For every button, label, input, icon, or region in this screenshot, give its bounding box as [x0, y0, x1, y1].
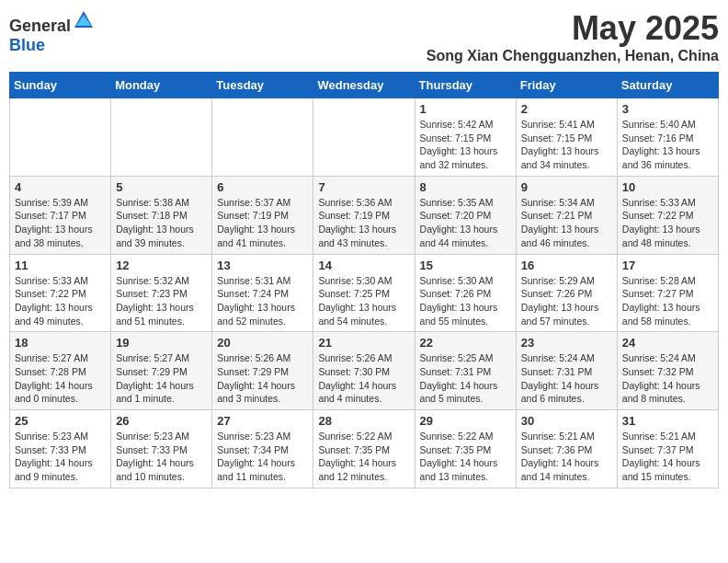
day-info: Sunrise: 5:40 AMSunset: 7:16 PMDaylight:…	[622, 118, 713, 172]
day-info: Sunrise: 5:21 AMSunset: 7:36 PMDaylight:…	[521, 430, 612, 484]
day-info: Sunrise: 5:23 AMSunset: 7:34 PMDaylight:…	[217, 430, 308, 484]
column-header-friday: Friday	[516, 73, 617, 98]
day-info: Sunrise: 5:22 AMSunset: 7:35 PMDaylight:…	[318, 430, 409, 484]
day-number: 24	[622, 336, 713, 350]
calendar-cell: 17Sunrise: 5:28 AMSunset: 7:27 PMDayligh…	[617, 254, 718, 332]
calendar-cell: 6Sunrise: 5:37 AMSunset: 7:19 PMDaylight…	[212, 176, 313, 254]
day-number: 10	[622, 180, 713, 194]
calendar-cell: 2Sunrise: 5:41 AMSunset: 7:15 PMDaylight…	[516, 98, 617, 177]
day-info: Sunrise: 5:25 AMSunset: 7:31 PMDaylight:…	[420, 351, 511, 406]
calendar-cell: 1Sunrise: 5:42 AMSunset: 7:15 PMDaylight…	[415, 98, 516, 177]
day-info: Sunrise: 5:37 AMSunset: 7:19 PMDaylight:…	[217, 196, 308, 250]
day-info: Sunrise: 5:31 AMSunset: 7:24 PMDaylight:…	[217, 274, 308, 328]
day-info: Sunrise: 5:24 AMSunset: 7:32 PMDaylight:…	[622, 351, 713, 406]
day-info: Sunrise: 5:36 AMSunset: 7:19 PMDaylight:…	[318, 196, 409, 250]
day-number: 31	[622, 414, 713, 428]
day-info: Sunrise: 5:39 AMSunset: 7:17 PMDaylight:…	[15, 196, 106, 250]
day-number: 18	[15, 336, 106, 350]
day-number: 25	[15, 414, 106, 428]
day-number: 30	[521, 414, 612, 428]
day-info: Sunrise: 5:33 AMSunset: 7:22 PMDaylight:…	[15, 274, 106, 328]
calendar-cell: 26Sunrise: 5:23 AMSunset: 7:33 PMDayligh…	[111, 410, 212, 488]
day-number: 15	[420, 259, 511, 272]
day-number: 2	[521, 102, 612, 116]
calendar-cell: 28Sunrise: 5:22 AMSunset: 7:35 PMDayligh…	[313, 410, 415, 488]
day-info: Sunrise: 5:22 AMSunset: 7:35 PMDaylight:…	[420, 430, 511, 484]
day-info: Sunrise: 5:24 AMSunset: 7:31 PMDaylight:…	[521, 351, 612, 406]
day-info: Sunrise: 5:34 AMSunset: 7:21 PMDaylight:…	[521, 196, 612, 250]
calendar-cell	[212, 98, 313, 177]
day-info: Sunrise: 5:29 AMSunset: 7:26 PMDaylight:…	[521, 274, 612, 328]
calendar-cell: 7Sunrise: 5:36 AMSunset: 7:19 PMDaylight…	[313, 176, 415, 254]
calendar-cell: 10Sunrise: 5:33 AMSunset: 7:22 PMDayligh…	[617, 176, 718, 254]
day-number: 5	[116, 180, 207, 194]
calendar-cell: 30Sunrise: 5:21 AMSunset: 7:36 PMDayligh…	[516, 410, 617, 488]
calendar-cell: 19Sunrise: 5:27 AMSunset: 7:29 PMDayligh…	[111, 332, 212, 410]
day-number: 8	[420, 180, 511, 194]
day-info: Sunrise: 5:26 AMSunset: 7:29 PMDaylight:…	[217, 351, 308, 406]
calendar-cell: 27Sunrise: 5:23 AMSunset: 7:34 PMDayligh…	[212, 410, 313, 488]
day-info: Sunrise: 5:21 AMSunset: 7:37 PMDaylight:…	[622, 430, 713, 484]
calendar-cell	[111, 98, 212, 177]
calendar-cell: 20Sunrise: 5:26 AMSunset: 7:29 PMDayligh…	[212, 332, 313, 410]
calendar-cell: 3Sunrise: 5:40 AMSunset: 7:16 PMDaylight…	[617, 98, 718, 177]
day-info: Sunrise: 5:28 AMSunset: 7:27 PMDaylight:…	[622, 274, 713, 328]
logo-general: General	[9, 17, 71, 35]
calendar-cell: 14Sunrise: 5:30 AMSunset: 7:25 PMDayligh…	[313, 254, 415, 332]
day-number: 3	[622, 102, 713, 116]
week-row-4: 18Sunrise: 5:27 AMSunset: 7:28 PMDayligh…	[10, 332, 719, 410]
svg-marker-1	[76, 15, 91, 26]
day-number: 9	[521, 180, 612, 194]
calendar-cell: 23Sunrise: 5:24 AMSunset: 7:31 PMDayligh…	[516, 332, 617, 410]
day-number: 4	[15, 180, 106, 194]
day-number: 22	[420, 336, 511, 350]
header: General Blue May 2025 Song Xian Chenggua…	[9, 9, 719, 64]
week-row-5: 25Sunrise: 5:23 AMSunset: 7:33 PMDayligh…	[10, 410, 719, 488]
day-info: Sunrise: 5:30 AMSunset: 7:26 PMDaylight:…	[420, 274, 511, 328]
week-row-3: 11Sunrise: 5:33 AMSunset: 7:22 PMDayligh…	[10, 254, 719, 332]
day-number: 6	[217, 180, 308, 194]
day-number: 27	[217, 414, 308, 428]
calendar-cell: 11Sunrise: 5:33 AMSunset: 7:22 PMDayligh…	[10, 254, 111, 332]
calendar-cell: 9Sunrise: 5:34 AMSunset: 7:21 PMDaylight…	[516, 176, 617, 254]
calendar-cell: 16Sunrise: 5:29 AMSunset: 7:26 PMDayligh…	[516, 254, 617, 332]
column-header-monday: Monday	[111, 73, 212, 98]
calendar-cell: 31Sunrise: 5:21 AMSunset: 7:37 PMDayligh…	[617, 410, 718, 488]
week-row-2: 4Sunrise: 5:39 AMSunset: 7:17 PMDaylight…	[10, 176, 719, 254]
calendar-cell: 22Sunrise: 5:25 AMSunset: 7:31 PMDayligh…	[415, 332, 516, 410]
calendar-cell: 5Sunrise: 5:38 AMSunset: 7:18 PMDaylight…	[111, 176, 212, 254]
day-info: Sunrise: 5:27 AMSunset: 7:28 PMDaylight:…	[15, 351, 106, 406]
title-area: May 2025 Song Xian Chengguanzhen, Henan,…	[427, 9, 719, 64]
day-number: 12	[116, 259, 207, 272]
day-info: Sunrise: 5:38 AMSunset: 7:18 PMDaylight:…	[116, 196, 207, 250]
day-number: 11	[15, 259, 106, 272]
week-row-1: 1Sunrise: 5:42 AMSunset: 7:15 PMDaylight…	[10, 98, 719, 177]
calendar-cell	[10, 98, 111, 177]
day-number: 29	[420, 414, 511, 428]
day-info: Sunrise: 5:41 AMSunset: 7:15 PMDaylight:…	[521, 118, 612, 172]
calendar-cell: 13Sunrise: 5:31 AMSunset: 7:24 PMDayligh…	[212, 254, 313, 332]
day-number: 1	[420, 102, 511, 116]
calendar-cell: 29Sunrise: 5:22 AMSunset: 7:35 PMDayligh…	[415, 410, 516, 488]
day-number: 14	[318, 259, 409, 272]
column-header-saturday: Saturday	[617, 73, 718, 98]
calendar-table: SundayMondayTuesdayWednesdayThursdayFrid…	[9, 72, 719, 488]
column-header-tuesday: Tuesday	[212, 73, 313, 98]
calendar-cell: 15Sunrise: 5:30 AMSunset: 7:26 PMDayligh…	[415, 254, 516, 332]
day-info: Sunrise: 5:23 AMSunset: 7:33 PMDaylight:…	[15, 430, 106, 484]
location-title: Song Xian Chengguanzhen, Henan, China	[427, 48, 719, 64]
logo-icon	[73, 9, 95, 31]
calendar-cell: 18Sunrise: 5:27 AMSunset: 7:28 PMDayligh…	[10, 332, 111, 410]
day-info: Sunrise: 5:30 AMSunset: 7:25 PMDaylight:…	[318, 274, 409, 328]
day-info: Sunrise: 5:23 AMSunset: 7:33 PMDaylight:…	[116, 430, 207, 484]
day-number: 7	[318, 180, 409, 194]
column-header-wednesday: Wednesday	[313, 73, 415, 98]
day-info: Sunrise: 5:27 AMSunset: 7:29 PMDaylight:…	[116, 351, 207, 406]
day-number: 26	[116, 414, 207, 428]
day-number: 20	[217, 336, 308, 350]
header-row: SundayMondayTuesdayWednesdayThursdayFrid…	[10, 73, 719, 98]
day-number: 17	[622, 259, 713, 272]
logo-blue: Blue	[9, 36, 45, 54]
calendar-cell: 8Sunrise: 5:35 AMSunset: 7:20 PMDaylight…	[415, 176, 516, 254]
day-number: 23	[521, 336, 612, 350]
